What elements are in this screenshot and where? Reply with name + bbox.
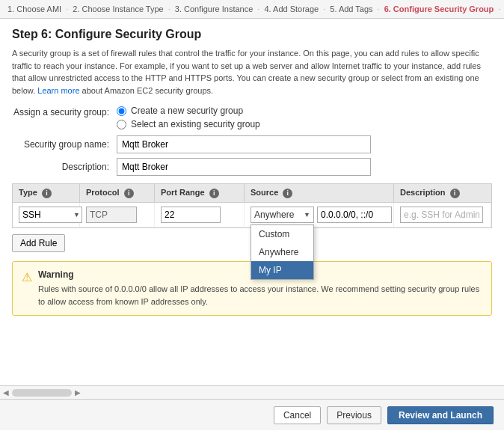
type-select[interactable]: SSH	[19, 207, 82, 223]
col-type: Type i	[13, 184, 80, 202]
warning-text: Rules with source of 0.0.0.0/0 allow all…	[38, 283, 482, 308]
assign-label: Assign a security group:	[12, 106, 117, 117]
protocol-info-icon[interactable]: i	[124, 189, 134, 198]
cancel-button[interactable]: Cancel	[274, 406, 321, 424]
radio-select-existing[interactable]: Select an existing security group	[117, 119, 260, 129]
protocol-input	[86, 207, 137, 223]
desc-info-icon[interactable]: i	[450, 189, 460, 198]
cell-port-range	[155, 203, 245, 227]
col-protocol: Protocol i	[80, 184, 155, 202]
dd-item-myip[interactable]: My IP	[251, 261, 313, 279]
radio-select-label: Select an existing security group	[131, 119, 260, 129]
previous-button[interactable]: Previous	[327, 406, 381, 424]
step-5[interactable]: 5. Add Tags	[330, 4, 372, 13]
table-header: Type i Protocol i Port Range i Source i …	[13, 184, 491, 203]
radio-create-new[interactable]: Create a new security group	[117, 106, 260, 116]
dd-item-anywhere[interactable]: Anywhere	[251, 243, 313, 261]
source-select-value: Anywhere	[254, 210, 304, 220]
radio-select-input[interactable]	[117, 120, 126, 129]
cell-source: Anywhere ▼ Custom Anywhere My IP	[245, 203, 394, 227]
security-rules-table: Type i Protocol i Port Range i Source i …	[12, 183, 492, 228]
source-dropdown-arrow: ▼	[304, 211, 310, 219]
source-info-icon[interactable]: i	[283, 189, 292, 198]
description-row: Description:	[12, 158, 492, 176]
col-source: Source i	[245, 184, 394, 202]
assign-security-group-row: Assign a security group: Create a new se…	[12, 106, 492, 132]
scroll-thumb[interactable]	[12, 389, 72, 397]
footer-bar: Cancel Previous Review and Launch	[0, 399, 504, 430]
description-label: Description:	[12, 162, 117, 172]
col-description: Description i	[394, 184, 491, 202]
step-1[interactable]: 1. Choose AMI	[7, 4, 61, 13]
cell-protocol	[80, 203, 155, 227]
sg-name-label: Security group name:	[12, 139, 117, 150]
steps-nav: 1. Choose AMI · 2. Choose Instance Type …	[0, 0, 504, 19]
main-content: Step 6: Configure Security Group A secur…	[0, 19, 504, 385]
sg-name-input[interactable]	[117, 135, 371, 153]
warning-icon: ⚠	[22, 270, 32, 284]
source-select-display[interactable]: Anywhere ▼	[251, 207, 314, 223]
scroll-left-arrow[interactable]: ◀	[3, 388, 9, 397]
add-rule-button[interactable]: Add Rule	[12, 234, 65, 252]
scroll-right-arrow[interactable]: ▶	[75, 388, 81, 397]
description-input[interactable]	[117, 158, 371, 176]
horizontal-scrollbar[interactable]: ◀ ▶	[0, 385, 504, 399]
sg-name-row: Security group name:	[12, 135, 492, 153]
port-info-icon[interactable]: i	[209, 189, 219, 198]
table-row: SSH ▼ Anywhere ▼	[13, 203, 491, 227]
step-6[interactable]: 6. Configure Security Group	[384, 4, 494, 13]
step-2[interactable]: 2. Choose Instance Type	[73, 4, 164, 13]
radio-create-label: Create a new security group	[131, 106, 243, 116]
type-select-wrapper: SSH ▼	[19, 207, 82, 223]
page-title: Step 6: Configure Security Group	[12, 28, 492, 41]
type-info-icon[interactable]: i	[42, 189, 52, 198]
review-and-launch-button[interactable]: Review and Launch	[387, 406, 494, 424]
source-ip-input[interactable]	[317, 207, 392, 223]
cell-description	[394, 203, 491, 227]
radio-create-input[interactable]	[117, 106, 126, 116]
page-description: A security group is a set of firewall ru…	[12, 47, 492, 97]
source-dropdown-wrapper: Anywhere ▼ Custom Anywhere My IP	[251, 207, 314, 223]
cell-type: SSH ▼	[13, 203, 80, 227]
step-4[interactable]: 4. Add Storage	[264, 4, 319, 13]
dd-item-custom[interactable]: Custom	[251, 225, 313, 243]
col-port-range: Port Range i	[155, 184, 245, 202]
source-dropdown-popup: Custom Anywhere My IP	[251, 224, 314, 280]
description-cell-input[interactable]	[400, 207, 483, 223]
port-range-input[interactable]	[161, 207, 221, 223]
learn-more-link[interactable]: Learn more	[37, 86, 79, 95]
step-3[interactable]: 3. Configure Instance	[175, 4, 253, 13]
